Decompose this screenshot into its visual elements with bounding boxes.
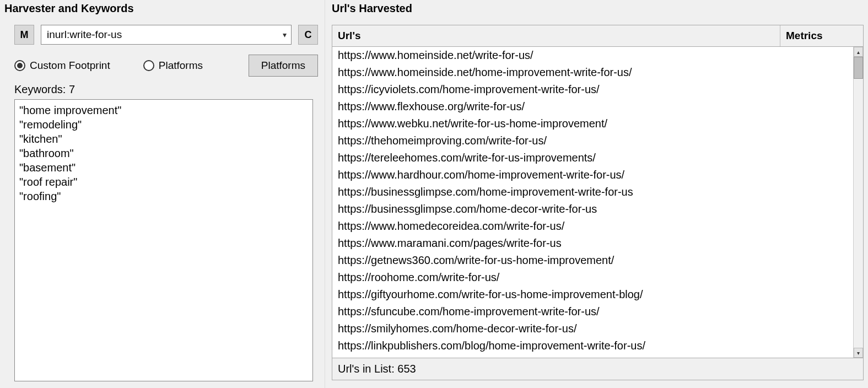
table-row[interactable]: https://sfuncube.com/home-improvement-wr… bbox=[332, 303, 853, 320]
radio-checked-icon bbox=[14, 60, 25, 71]
footprint-combobox[interactable]: inurl:write-for-us ▾ bbox=[41, 25, 292, 45]
vertical-scrollbar[interactable]: ▴ ▾ bbox=[853, 47, 863, 358]
table-row[interactable]: https://www.flexhouse.org/write-for-us/ bbox=[332, 98, 853, 115]
grid-body: https://www.homeinside.net/write-for-us/… bbox=[332, 47, 863, 358]
radio-platforms[interactable]: Platforms bbox=[143, 60, 203, 72]
table-row[interactable]: https://www.webku.net/write-for-us-home-… bbox=[332, 115, 853, 132]
scroll-track[interactable] bbox=[854, 79, 863, 348]
table-row[interactable]: https://thehomeimproving.com/write-for-u… bbox=[332, 132, 853, 149]
radio-custom-label: Custom Footprint bbox=[30, 60, 110, 72]
chevron-down-icon: ▾ bbox=[283, 30, 287, 39]
col-header-urls[interactable]: Url's bbox=[332, 25, 780, 46]
table-row[interactable]: https://www.hardhour.com/home-improvemen… bbox=[332, 166, 853, 184]
harvester-panel: Harvester and Keywords M inurl:write-for… bbox=[0, 0, 325, 388]
table-row[interactable]: https://www.maramani.com/pages/write-for… bbox=[332, 235, 853, 252]
keywords-label: Keywords: 7 bbox=[14, 83, 318, 96]
harvester-title: Harvester and Keywords bbox=[4, 2, 318, 15]
footprint-value: inurl:write-for-us bbox=[47, 29, 122, 41]
platforms-button[interactable]: Platforms bbox=[249, 55, 318, 77]
radio-platforms-label: Platforms bbox=[159, 60, 203, 72]
table-row[interactable]: https://www.homeinside.net/write-for-us/ bbox=[332, 47, 853, 64]
table-row[interactable]: https://businessglimpse.com/home-decor-w… bbox=[332, 201, 853, 218]
table-row[interactable]: https://icyviolets.com/home-improvement-… bbox=[332, 81, 853, 98]
table-row[interactable]: https://getnews360.com/write-for-us-home… bbox=[332, 252, 853, 269]
col-header-metrics[interactable]: Metrics bbox=[780, 25, 863, 46]
radio-unchecked-icon bbox=[143, 60, 154, 71]
table-row[interactable]: https://www.homeinside.net/home-improvem… bbox=[332, 64, 853, 81]
m-button[interactable]: M bbox=[14, 25, 34, 45]
urls-grid: Url's Metrics https://www.homeinside.net… bbox=[332, 25, 864, 358]
scroll-thumb[interactable] bbox=[854, 57, 863, 79]
table-row[interactable]: https://businessglimpse.com/home-improve… bbox=[332, 184, 853, 201]
scroll-down-icon[interactable]: ▾ bbox=[854, 348, 863, 358]
scroll-up-icon[interactable]: ▴ bbox=[854, 47, 863, 57]
grid-rows[interactable]: https://www.homeinside.net/write-for-us/… bbox=[332, 47, 853, 358]
grid-header: Url's Metrics bbox=[332, 25, 863, 47]
table-row[interactable]: https://www.homedecoreidea.com/write-for… bbox=[332, 218, 853, 235]
table-row[interactable]: https://linkpublishers.com/blog/home-imp… bbox=[332, 337, 853, 354]
urls-title: Url's Harvested bbox=[332, 2, 864, 15]
urls-harvested-panel: Url's Harvested Url's Metrics https://ww… bbox=[325, 0, 868, 388]
keywords-textarea[interactable] bbox=[14, 99, 313, 381]
table-row[interactable]: https://roohome.com/write-for-us/ bbox=[332, 269, 853, 286]
table-row[interactable]: https://tereleehomes.com/write-for-us-im… bbox=[332, 149, 853, 166]
table-row[interactable]: https://giftyourhome.com/write-for-us-ho… bbox=[332, 286, 853, 303]
table-row[interactable]: https://smilyhomes.com/home-decor-write-… bbox=[332, 320, 853, 337]
footprint-row: M inurl:write-for-us ▾ C bbox=[14, 25, 318, 45]
grid-footer: Url's in List: 653 bbox=[332, 358, 864, 380]
mode-row: Custom Footprint Platforms Platforms bbox=[14, 55, 318, 77]
radio-custom-footprint[interactable]: Custom Footprint bbox=[14, 60, 110, 72]
c-button[interactable]: C bbox=[298, 25, 318, 45]
